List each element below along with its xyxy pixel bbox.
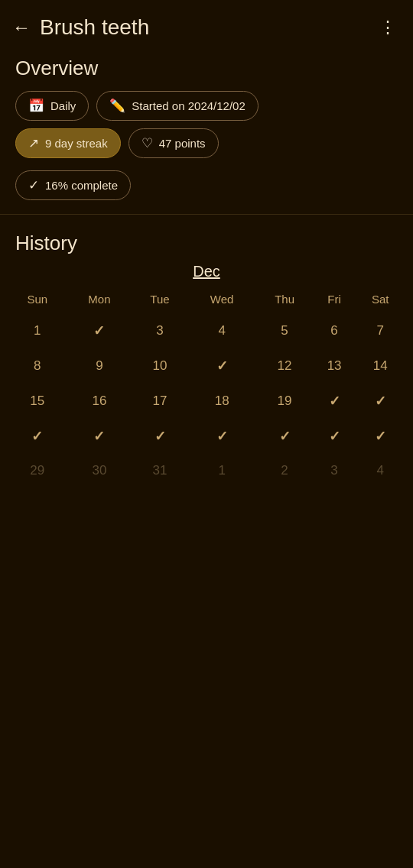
more-button[interactable]: ⋮ xyxy=(379,18,398,37)
overview-section: Overview 📅 Daily ✏️ Started on 2024/12/0… xyxy=(0,47,413,211)
heart-icon: ♡ xyxy=(141,135,153,151)
calendar-cell: 31 xyxy=(132,454,187,487)
history-title: History xyxy=(8,232,405,263)
check-mark: ✓ xyxy=(329,394,340,409)
calendar-cell: 3 xyxy=(132,313,187,348)
tags-row-1: 📅 Daily ✏️ Started on 2024/12/02 xyxy=(0,91,413,128)
calendar-cell: 5 xyxy=(256,313,314,348)
calendar-month: Dec xyxy=(8,263,405,280)
check-mark: ✓ xyxy=(375,429,386,444)
col-sun: Sun xyxy=(8,288,67,313)
calendar-cell: ✓ xyxy=(314,419,356,454)
tag-daily-label: Daily xyxy=(50,99,76,112)
calendar-cell: ✓ xyxy=(8,419,67,454)
calendar-cell: 18 xyxy=(188,384,256,419)
tag-points-label: 47 points xyxy=(159,137,206,150)
col-wed: Wed xyxy=(188,288,256,313)
history-section: History Dec Sun Mon Tue Wed Thu Fri Sat … xyxy=(0,218,413,495)
tag-started-label: Started on 2024/12/02 xyxy=(132,99,245,112)
check-mark: ✓ xyxy=(93,429,105,444)
divider xyxy=(0,214,413,215)
calendar-row: ✓✓✓✓✓✓✓ xyxy=(8,419,405,454)
calendar-row: 2930311234 xyxy=(8,454,405,487)
calendar-icon: 📅 xyxy=(28,98,44,114)
calendar-cell: 6 xyxy=(314,313,356,348)
calendar-grid: Sun Mon Tue Wed Thu Fri Sat 1✓345678910✓… xyxy=(8,288,405,487)
tags-row-3: ✓ 16% complete xyxy=(0,166,413,211)
tag-complete-label: 16% complete xyxy=(45,179,118,192)
calendar-cell: ✓ xyxy=(132,419,187,454)
calendar-cell: ✓ xyxy=(356,419,405,454)
pencil-icon: ✏️ xyxy=(109,98,125,114)
streak-icon: ↗ xyxy=(28,135,39,151)
calendar-cell: ✓ xyxy=(67,419,132,454)
check-mark: ✓ xyxy=(329,429,340,444)
calendar-cell: ✓ xyxy=(67,313,132,348)
tag-started[interactable]: ✏️ Started on 2024/12/02 xyxy=(96,91,258,121)
col-mon: Mon xyxy=(67,288,132,313)
calendar-cell: 14 xyxy=(356,348,405,384)
calendar-row: 1516171819✓✓ xyxy=(8,384,405,419)
calendar-cell: 4 xyxy=(188,313,256,348)
tags-row-2: ↗ 9 day streak ♡ 47 points xyxy=(0,128,413,166)
check-mark: ✓ xyxy=(31,429,43,444)
calendar-cell: 1 xyxy=(8,313,67,348)
calendar-cell: ✓ xyxy=(314,384,356,419)
check-mark: ✓ xyxy=(375,394,386,409)
tag-complete[interactable]: ✓ 16% complete xyxy=(15,170,131,200)
tag-streak[interactable]: ↗ 9 day streak xyxy=(15,128,121,158)
calendar-cell: ✓ xyxy=(256,419,314,454)
tag-points[interactable]: ♡ 47 points xyxy=(128,128,219,158)
calendar-cell: 19 xyxy=(256,384,314,419)
check-mark: ✓ xyxy=(216,358,228,374)
calendar-cell: 17 xyxy=(132,384,187,419)
calendar-cell: 1 xyxy=(188,454,256,487)
calendar-cell: 4 xyxy=(356,454,405,487)
header-left: ← Brush teeth xyxy=(12,15,149,40)
calendar-cell: ✓ xyxy=(188,419,256,454)
back-button[interactable]: ← xyxy=(12,17,31,38)
calendar-cell: 30 xyxy=(67,454,132,487)
check-mark: ✓ xyxy=(279,429,291,444)
calendar-cell: 13 xyxy=(314,348,356,384)
calendar-cell: 3 xyxy=(314,454,356,487)
calendar-header-row: Sun Mon Tue Wed Thu Fri Sat xyxy=(8,288,405,313)
calendar-cell: 16 xyxy=(67,384,132,419)
calendar-cell: 15 xyxy=(8,384,67,419)
header: ← Brush teeth ⋮ xyxy=(0,0,413,47)
check-mark: ✓ xyxy=(154,429,166,444)
calendar-cell: 7 xyxy=(356,313,405,348)
page-title: Brush teeth xyxy=(40,15,149,40)
check-mark: ✓ xyxy=(216,429,228,444)
col-fri: Fri xyxy=(314,288,356,313)
tag-daily[interactable]: 📅 Daily xyxy=(15,91,89,121)
tag-streak-label: 9 day streak xyxy=(45,137,108,150)
overview-title: Overview xyxy=(0,47,413,91)
calendar-cell: 29 xyxy=(8,454,67,487)
bottom-area xyxy=(0,495,413,648)
col-tue: Tue xyxy=(132,288,187,313)
calendar-cell: ✓ xyxy=(188,348,256,384)
calendar-cell: 10 xyxy=(132,348,187,384)
calendar-cell: ✓ xyxy=(356,384,405,419)
calendar-cell: 8 xyxy=(8,348,67,384)
calendar-cell: 2 xyxy=(256,454,314,487)
check-icon: ✓ xyxy=(28,177,39,193)
calendar-row: 1✓34567 xyxy=(8,313,405,348)
calendar-cell: 9 xyxy=(67,348,132,384)
calendar-cell: 12 xyxy=(256,348,314,384)
col-sat: Sat xyxy=(356,288,405,313)
check-mark: ✓ xyxy=(93,323,105,338)
calendar-row: 8910✓121314 xyxy=(8,348,405,384)
col-thu: Thu xyxy=(256,288,314,313)
